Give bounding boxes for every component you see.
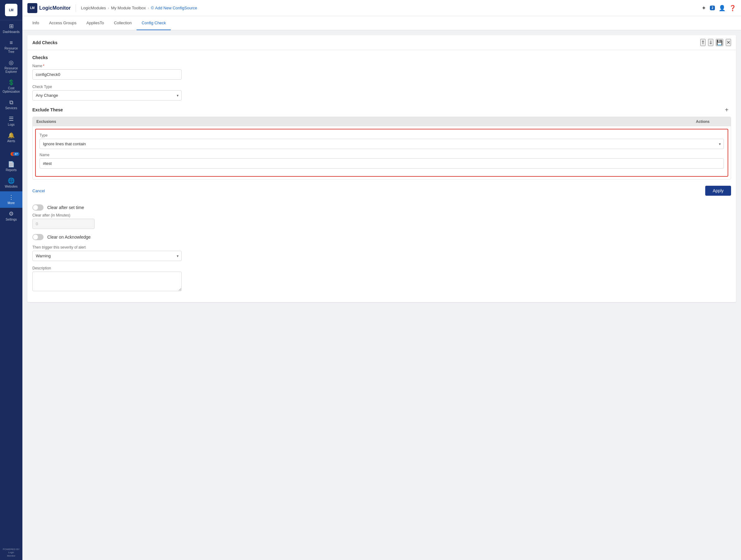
main-area: LM LogicMonitor LogicModules › My Module… [22, 0, 741, 560]
sidebar-item-label: Resource Explorer [1, 67, 21, 73]
resource-tree-icon: ≡ [10, 40, 13, 46]
breadcrumb-add-new: © Add New ConfigSource [151, 6, 197, 10]
topbar: LM LogicMonitor LogicModules › My Module… [22, 0, 741, 16]
topbar-divider [76, 4, 76, 12]
add-exclusion-btn[interactable]: + [722, 106, 731, 114]
alert-badge-blue: 27 [13, 152, 19, 156]
add-checks-body: Checks Name* Check Type Any Change Speci… [27, 50, 736, 302]
cost-icon: 💲 [8, 80, 15, 85]
collapse-up-btn[interactable]: ⇑ [700, 39, 705, 46]
name-label: Name* [32, 64, 182, 68]
actions-col-header: Actions [696, 120, 727, 124]
tab-config-check[interactable]: Config Check [137, 16, 171, 30]
sidebar-item-more[interactable]: ⋮ More [0, 191, 22, 208]
tab-access-groups[interactable]: Access Groups [44, 16, 81, 30]
dashboards-icon: ⊞ [9, 23, 14, 29]
topbar-logo: LM LogicMonitor [27, 3, 71, 13]
exclusion-type-select[interactable]: Ignore lines that contain Ignore lines t… [40, 139, 724, 149]
sidebar-item-label: Websites [5, 185, 18, 188]
clear-on-acknowledge-section: Clear on Acknowledge [32, 234, 731, 240]
sidebar-item-label: Alerts [7, 139, 15, 143]
resource-explorer-icon: ◎ [9, 60, 14, 65]
exclusion-type-group: Type Ignore lines that contain Ignore li… [40, 133, 724, 149]
apply-button[interactable]: Apply [705, 186, 731, 196]
check-type-form-group: Check Type Any Change Specific Change No… [32, 85, 182, 100]
check-type-select-wrapper: Any Change Specific Change No Change ▾ [32, 90, 182, 100]
add-checks-title: Add Checks [32, 40, 58, 45]
breadcrumb-sep-1: › [108, 6, 109, 10]
clear-on-acknowledge-toggle[interactable] [32, 234, 44, 240]
alerts-icon: 🔔 [8, 133, 15, 138]
add-checks-actions: ⇑ ⇓ 💾 ✕ [700, 39, 731, 46]
breadcrumb-sep-2: › [148, 6, 149, 10]
sidebar-item-dashboards[interactable]: ⊞ Dashboards [0, 20, 22, 37]
check-type-select[interactable]: Any Change Specific Change No Change [32, 90, 182, 100]
tab-collection[interactable]: Collection [109, 16, 137, 30]
close-btn[interactable]: ✕ [726, 39, 731, 46]
description-form-group: Description [32, 266, 182, 292]
sidebar-item-label: Settings [6, 218, 17, 221]
sidebar-item-label: Reports [6, 168, 16, 172]
help-icon[interactable]: ❓ [729, 5, 736, 11]
sidebar-item-label: Services [5, 107, 17, 110]
sidebar-item-label: Resource Tree [1, 47, 21, 54]
check-type-label: Check Type [32, 85, 182, 89]
expand-down-btn[interactable]: ⇓ [708, 39, 713, 46]
sidebar-item-services[interactable]: ⧉ Services [0, 96, 22, 113]
exclusions-col-header: Exclusions [37, 120, 696, 124]
websites-icon: 🌐 [8, 178, 15, 184]
sidebar: LM ⊞ Dashboards ≡ Resource Tree ◎ Resour… [0, 0, 22, 560]
add-checks-header: Add Checks ⇑ ⇓ 💾 ✕ [27, 35, 736, 50]
alert-severity-select-wrapper: Warning Error Critical ▾ [32, 251, 182, 261]
topbar-logo-text: LogicMonitor [39, 5, 71, 11]
name-form-group: Name* [32, 64, 182, 80]
services-icon: ⧉ [9, 99, 13, 105]
clear-after-minutes-input[interactable] [32, 219, 94, 229]
save-btn[interactable]: 💾 [716, 39, 723, 46]
sidebar-item-settings[interactable]: ⚙ Settings [0, 208, 22, 224]
sidebar-item-resource-tree[interactable]: ≡ Resource Tree [0, 37, 22, 57]
exclusion-row-0: Type Ignore lines that contain Ignore li… [35, 129, 728, 177]
clear-after-toggle[interactable] [32, 204, 44, 211]
alert-severity-select[interactable]: Warning Error Critical [32, 251, 182, 261]
logo-icon: LM [5, 4, 17, 16]
checks-section-title: Checks [32, 55, 731, 60]
clear-after-label: Clear after set time [47, 205, 84, 210]
sidebar-item-label: Cost Optimization [1, 86, 21, 93]
exclude-header-title: Exclude These [32, 107, 63, 112]
user-icon[interactable]: 👤 [719, 5, 726, 11]
add-checks-card: Add Checks ⇑ ⇓ 💾 ✕ Checks Name* [27, 35, 736, 302]
sidebar-item-logs[interactable]: ☰ Logs [0, 113, 22, 129]
sidebar-item-resource-explorer[interactable]: ◎ Resource Explorer [0, 57, 22, 77]
alert-severity-label: Then trigger this severity of alert [32, 245, 182, 250]
clear-after-toggle-row: Clear after set time [32, 204, 731, 211]
sidebar-item-label: Logs [8, 123, 15, 126]
name-input[interactable] [32, 69, 182, 80]
breadcrumb: LogicModules › My Module Toolbox › © Add… [81, 6, 197, 10]
breadcrumb-my-module-toolbox[interactable]: My Module Toolbox [111, 6, 146, 10]
exclusions-table: Exclusions Actions Type Ignore lines tha… [32, 117, 731, 180]
sidebar-item-alerts[interactable]: 🔔 Alerts 6.3k 802 8k 0 27 [0, 129, 22, 158]
sidebar-item-reports[interactable]: 📄 Reports [0, 158, 22, 175]
breadcrumb-logic-modules[interactable]: LogicModules [81, 6, 106, 10]
sparkle-icon[interactable]: ✦ [701, 5, 706, 11]
exclusion-name-input[interactable] [40, 158, 724, 168]
content-area: Add Checks ⇑ ⇓ 💾 ✕ Checks Name* [22, 30, 741, 560]
sidebar-item-label: More [8, 201, 15, 205]
clear-on-acknowledge-toggle-row: Clear on Acknowledge [32, 234, 731, 240]
logs-icon: ☰ [9, 116, 14, 122]
exclusion-name-group: Name [40, 153, 724, 168]
tab-info[interactable]: Info [27, 16, 44, 30]
topbar-actions: ✦ 2 👤 ❓ [701, 5, 736, 11]
tab-applies-to[interactable]: AppliesTo [81, 16, 109, 30]
exclusion-type-select-wrapper: Ignore lines that contain Ignore lines t… [40, 139, 724, 149]
notification-badge[interactable]: 2 [710, 6, 715, 10]
description-textarea[interactable] [32, 272, 182, 291]
sidebar-item-cost-optimization[interactable]: 💲 Cost Optimization [0, 77, 22, 96]
action-row: Cancel Apply [32, 182, 731, 197]
sidebar-item-websites[interactable]: 🌐 Websites [0, 175, 22, 191]
clear-after-minutes-label: Clear after (in Minutes) [32, 213, 94, 217]
cancel-button[interactable]: Cancel [32, 189, 45, 193]
exclusion-name-label: Name [40, 153, 724, 157]
sidebar-item-label: Dashboards [3, 30, 20, 33]
